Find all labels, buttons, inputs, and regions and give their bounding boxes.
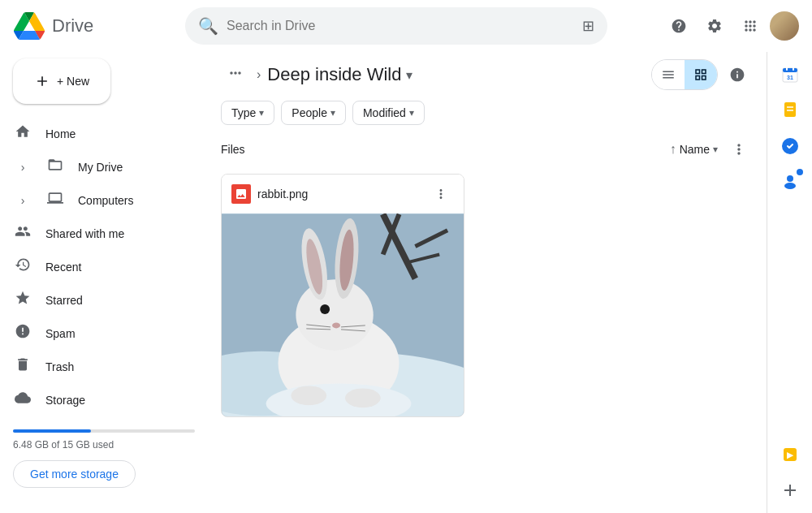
computers-arrow-icon: ›: [13, 194, 32, 207]
svg-point-8: [296, 279, 373, 350]
sidebar-item-computers[interactable]: › Computers: [0, 183, 195, 217]
modified-filter-arrow-icon: ▾: [409, 107, 414, 119]
search-bar[interactable]: 🔍 ⊞: [185, 7, 607, 45]
search-input[interactable]: [227, 19, 574, 33]
sidebar-item-label-spam: Spam: [45, 327, 76, 340]
main-layout: + New Home › My Drive › Computers: [0, 52, 812, 513]
sidebar-item-my-drive[interactable]: › My Drive: [0, 150, 195, 183]
sidebar-item-spam[interactable]: Spam: [0, 317, 195, 350]
svg-point-31: [787, 175, 793, 182]
sort-label: Name: [680, 143, 710, 156]
storage-text: 6.48 GB of 15 GB used: [13, 439, 195, 450]
content-area: › Deep inside Wild ▾: [208, 52, 767, 513]
sidebar: + New Home › My Drive › Computers: [0, 52, 208, 513]
tasks-button[interactable]: [774, 130, 806, 162]
files-header: Files ↑ Name ▾: [221, 135, 754, 164]
my-drive-icon: [45, 157, 65, 177]
files-section: Files ↑ Name ▾: [208, 135, 767, 513]
sidebar-item-storage[interactable]: Storage: [0, 383, 195, 416]
grid-view-button[interactable]: [685, 60, 717, 89]
add-apps-button[interactable]: [774, 474, 806, 507]
file-name-area: rabbit.png: [231, 184, 308, 204]
promo-button[interactable]: ▶: [774, 438, 806, 471]
computers-icon: [45, 190, 65, 210]
contacts-badge: [797, 169, 803, 175]
sidebar-item-label-shared: Shared with me: [45, 227, 124, 240]
file-type-icon: [231, 184, 251, 204]
type-filter-label: Type: [231, 106, 256, 119]
app-title: Drive: [52, 15, 93, 37]
svg-rect-23: [783, 68, 797, 72]
breadcrumb-title-text: Deep inside Wild: [267, 64, 401, 85]
file-card[interactable]: rabbit.png: [221, 174, 464, 417]
settings-button[interactable]: [698, 10, 731, 42]
my-drive-arrow-icon: ›: [13, 161, 32, 174]
file-more-button[interactable]: [428, 181, 454, 207]
svg-text:▶: ▶: [787, 450, 794, 459]
sort-button[interactable]: ↑ Name ▾: [670, 142, 718, 157]
view-toggle-group: [651, 59, 718, 90]
people-filter-chip[interactable]: People ▾: [281, 101, 346, 125]
drive-logo-icon: [13, 12, 45, 40]
starred-icon: [13, 290, 32, 310]
sidebar-item-label-recent: Recent: [45, 261, 81, 274]
files-section-label: Files: [221, 143, 245, 156]
file-card-header: rabbit.png: [222, 175, 464, 213]
topbar: Drive 🔍 ⊞: [0, 0, 812, 52]
contacts-button[interactable]: [774, 166, 806, 198]
sidebar-item-home[interactable]: Home: [0, 117, 195, 150]
keep-button[interactable]: [774, 94, 806, 127]
shared-icon: [13, 223, 32, 244]
home-icon: [13, 123, 32, 144]
avatar-image: [770, 11, 799, 41]
sidebar-item-label-home: Home: [45, 127, 76, 140]
help-button[interactable]: [663, 10, 695, 42]
files-more-button[interactable]: [724, 135, 754, 164]
sidebar-item-shared[interactable]: Shared with me: [0, 217, 195, 250]
sidebar-item-label-my-drive: My Drive: [78, 161, 123, 174]
storage-section: 6.48 GB of 15 GB used Get more storage: [0, 416, 208, 494]
svg-point-14: [332, 322, 340, 328]
new-button[interactable]: + New: [13, 58, 110, 104]
people-filter-label: People: [292, 106, 327, 119]
sort-up-icon: ↑: [670, 142, 676, 157]
avatar[interactable]: [770, 11, 799, 41]
breadcrumb-bar: › Deep inside Wild ▾: [208, 52, 767, 97]
calendar-button[interactable]: 31: [774, 58, 806, 91]
breadcrumb-arrow-icon: ›: [257, 67, 261, 82]
file-preview: [222, 213, 464, 416]
files-header-right: ↑ Name ▾: [670, 135, 754, 164]
breadcrumb-title[interactable]: Deep inside Wild ▾: [267, 64, 412, 85]
sidebar-item-recent[interactable]: Recent: [0, 250, 195, 283]
modified-filter-chip[interactable]: Modified ▾: [352, 101, 425, 125]
trash-icon: [13, 356, 32, 377]
sidebar-item-label-storage: Storage: [45, 394, 85, 407]
svg-point-13: [320, 304, 330, 314]
filter-bar: Type ▾ People ▾ Modified ▾: [208, 97, 767, 135]
svg-point-21: [345, 388, 381, 407]
sidebar-item-label-starred: Starred: [45, 294, 83, 307]
svg-rect-27: [784, 102, 796, 117]
recent-icon: [13, 256, 32, 277]
sort-arrow-icon: ▾: [713, 144, 718, 155]
right-panel: 31 ▶: [767, 52, 812, 513]
filter-icon[interactable]: ⊞: [582, 17, 594, 35]
svg-point-20: [291, 386, 326, 405]
sidebar-item-label-trash: Trash: [45, 360, 74, 373]
type-filter-arrow-icon: ▾: [259, 107, 264, 119]
apps-button[interactable]: [734, 10, 767, 42]
get-more-storage-button[interactable]: Get more storage: [13, 460, 136, 488]
sidebar-item-label-computers: Computers: [78, 194, 133, 207]
people-filter-arrow-icon: ▾: [330, 107, 335, 119]
type-filter-chip[interactable]: Type ▾: [221, 101, 274, 125]
breadcrumb-more-button[interactable]: [221, 62, 250, 88]
sidebar-item-trash[interactable]: Trash: [0, 350, 195, 383]
sidebar-item-starred[interactable]: Starred: [0, 283, 195, 317]
storage-bar: [13, 429, 195, 433]
info-button[interactable]: [721, 58, 754, 91]
storage-icon: [13, 390, 32, 410]
file-grid: rabbit.png: [221, 174, 754, 417]
logo-area: Drive: [13, 12, 175, 40]
svg-text:31: 31: [787, 75, 793, 80]
list-view-button[interactable]: [652, 60, 685, 89]
